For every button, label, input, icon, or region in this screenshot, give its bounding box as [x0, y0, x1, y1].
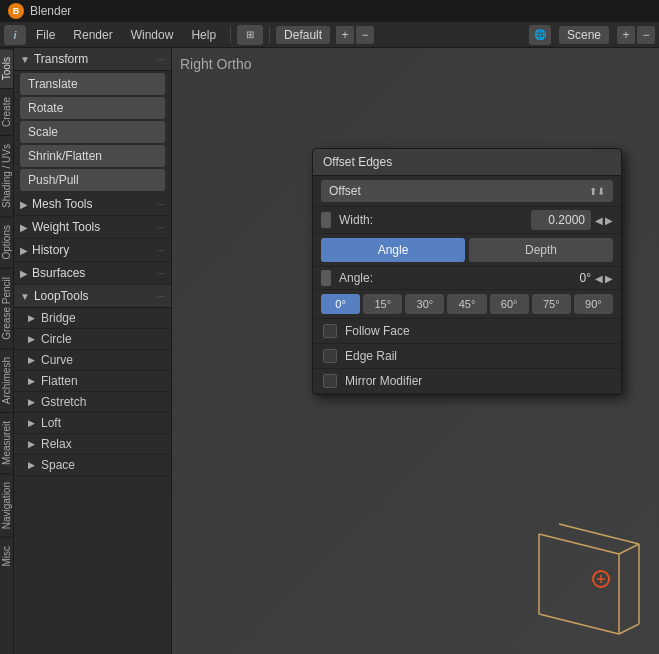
looptool-loft[interactable]: ▶ Loft: [14, 413, 171, 434]
offset-select-label: Offset: [329, 184, 361, 198]
follow-face-label: Follow Face: [345, 324, 410, 338]
vtab-tools[interactable]: Tools: [0, 48, 13, 88]
sidebar: ▼ Transform ··· Translate Rotate Scale S…: [14, 48, 172, 654]
scene-add[interactable]: +: [617, 26, 635, 44]
looptool-flatten[interactable]: ▶ Flatten: [14, 371, 171, 392]
main-layout: Tools Create Shading / UVs Options Greas…: [0, 48, 659, 654]
svg-line-3: [539, 614, 619, 634]
circle-arrow: ▶: [28, 334, 35, 344]
follow-face-checkbox[interactable]: [323, 324, 337, 338]
viewport[interactable]: Right Ortho Offset Edges: [172, 48, 659, 654]
mirror-modifier-checkbox[interactable]: [323, 374, 337, 388]
deg-90[interactable]: 90°: [574, 294, 613, 314]
vtab-measure[interactable]: Measureit: [0, 412, 13, 473]
offset-select[interactable]: Offset ⬆⬇: [321, 180, 613, 202]
mesh-tools-dots: ···: [157, 199, 165, 210]
mesh-tools-label: Mesh Tools: [32, 197, 157, 211]
width-drag-handle[interactable]: [321, 212, 331, 228]
transform-header[interactable]: ▼ Transform ···: [14, 48, 171, 71]
vtab-misc[interactable]: Misc: [0, 537, 13, 575]
mesh-tools-section[interactable]: ▶ Mesh Tools ···: [14, 193, 171, 216]
tab-row: Angle Depth: [313, 234, 621, 267]
looptool-curve[interactable]: ▶ Curve: [14, 350, 171, 371]
popup-title: Offset Edges: [323, 155, 392, 169]
space-arrow: ▶: [28, 460, 35, 470]
menu-file[interactable]: File: [28, 26, 63, 44]
history-section[interactable]: ▶ History ···: [14, 239, 171, 262]
info-button[interactable]: i: [4, 25, 26, 45]
workspace-add[interactable]: +: [336, 26, 354, 44]
curve-arrow: ▶: [28, 355, 35, 365]
width-left-arrow[interactable]: ◀: [595, 215, 603, 226]
deg-30[interactable]: 30°: [405, 294, 444, 314]
flatten-label: Flatten: [41, 374, 78, 388]
svg-line-5: [619, 544, 639, 554]
pushpull-btn[interactable]: Push/Pull: [20, 169, 165, 191]
menu-window[interactable]: Window: [123, 26, 182, 44]
history-arrow: ▶: [20, 245, 28, 256]
vtab-nav[interactable]: Navigation: [0, 473, 13, 537]
scene-icon: 🌐: [529, 25, 551, 45]
circle-label: Circle: [41, 332, 72, 346]
angle-value[interactable]: 0°: [580, 271, 591, 285]
vtab-archimesh[interactable]: Archimesh: [0, 348, 13, 412]
looptools-header[interactable]: ▼ LoopTools ···: [14, 285, 171, 308]
width-right-arrow[interactable]: ▶: [605, 215, 613, 226]
gstretch-arrow: ▶: [28, 397, 35, 407]
shrink-btn[interactable]: Shrink/Flatten: [20, 145, 165, 167]
menu-render[interactable]: Render: [65, 26, 120, 44]
curve-label: Curve: [41, 353, 73, 367]
looptool-gstretch[interactable]: ▶ Gstretch: [14, 392, 171, 413]
weight-tools-section[interactable]: ▶ Weight Tools ···: [14, 216, 171, 239]
history-dots: ···: [157, 245, 165, 256]
space-label: Space: [41, 458, 75, 472]
vtab-shading[interactable]: Shading / UVs: [0, 135, 13, 216]
angle-left-arrow[interactable]: ◀: [595, 273, 603, 284]
looptools-dots: ···: [157, 291, 165, 302]
tab-angle[interactable]: Angle: [321, 238, 465, 262]
angle-right-arrow[interactable]: ▶: [605, 273, 613, 284]
deg-60[interactable]: 60°: [490, 294, 529, 314]
deg-45[interactable]: 45°: [447, 294, 486, 314]
workspace-remove[interactable]: −: [356, 26, 374, 44]
tab-depth[interactable]: Depth: [469, 238, 613, 262]
edge-rail-label: Edge Rail: [345, 349, 397, 363]
looptool-bridge[interactable]: ▶ Bridge: [14, 308, 171, 329]
scene-select[interactable]: Scene: [559, 26, 609, 44]
translate-btn[interactable]: Translate: [20, 73, 165, 95]
angle-drag-handle[interactable]: [321, 270, 331, 286]
scale-btn[interactable]: Scale: [20, 121, 165, 143]
mesh-tools-arrow: ▶: [20, 199, 28, 210]
bsurfaces-arrow: ▶: [20, 268, 28, 279]
deg-0[interactable]: 0°: [321, 294, 360, 314]
follow-face-row: Follow Face: [313, 319, 621, 344]
vtab-grease[interactable]: Grease Pencil: [0, 268, 13, 348]
app-title: Blender: [30, 4, 71, 18]
width-value[interactable]: 0.2000: [531, 210, 591, 230]
workspace-controls: + −: [336, 26, 374, 44]
vtab-options[interactable]: Options: [0, 216, 13, 267]
layout-icon[interactable]: ⊞: [237, 25, 263, 45]
degree-buttons-row: 0° 15° 30° 45° 60° 75° 90°: [313, 290, 621, 319]
deg-15[interactable]: 15°: [363, 294, 402, 314]
vtab-create[interactable]: Create: [0, 88, 13, 135]
bsurfaces-section[interactable]: ▶ Bsurfaces ···: [14, 262, 171, 285]
scene-remove[interactable]: −: [637, 26, 655, 44]
angle-arrows: ◀ ▶: [595, 273, 613, 284]
rotate-btn[interactable]: Rotate: [20, 97, 165, 119]
mirror-modifier-label: Mirror Modifier: [345, 374, 422, 388]
workspace-select[interactable]: Default: [276, 26, 330, 44]
width-row: Width: 0.2000 ◀ ▶: [313, 207, 621, 234]
popup: Offset Edges Offset ⬆⬇ Width: 0.2000 ◀ ▶: [312, 148, 622, 395]
looptool-circle[interactable]: ▶ Circle: [14, 329, 171, 350]
deg-75[interactable]: 75°: [532, 294, 571, 314]
popup-select-row: Offset ⬆⬇: [313, 176, 621, 207]
looptool-relax[interactable]: ▶ Relax: [14, 434, 171, 455]
bsurfaces-dots: ···: [157, 268, 165, 279]
menu-help[interactable]: Help: [183, 26, 224, 44]
blender-logo: B: [8, 3, 24, 19]
looptool-space[interactable]: ▶ Space: [14, 455, 171, 476]
viewport-label: Right Ortho: [180, 56, 252, 72]
width-arrows: ◀ ▶: [595, 215, 613, 226]
edge-rail-checkbox[interactable]: [323, 349, 337, 363]
